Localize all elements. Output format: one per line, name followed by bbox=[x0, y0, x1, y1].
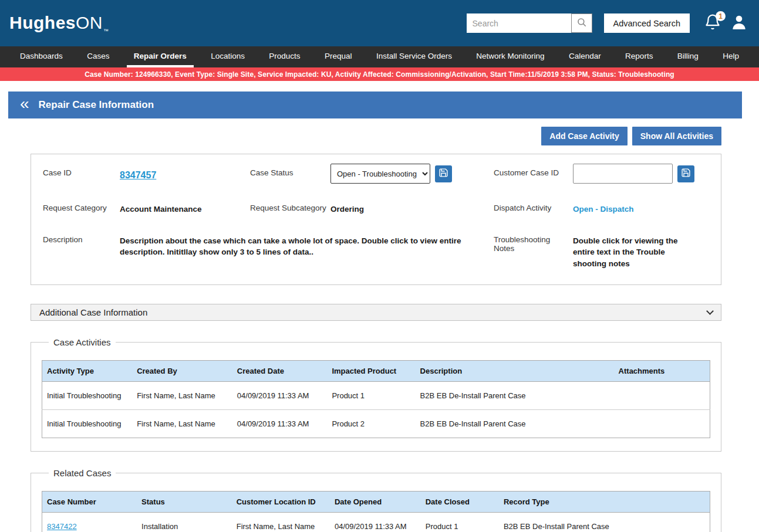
table-row: 8347422InstallationFirst Name, Last Name… bbox=[42, 513, 710, 532]
table-cell: First Name, Last Name bbox=[132, 382, 232, 410]
table-cell: Initial Troubleshooting bbox=[42, 410, 133, 438]
description-value[interactable]: Description about the case which can tak… bbox=[120, 231, 494, 258]
table-cell: Initial Troubleshooting bbox=[42, 382, 133, 410]
additional-case-information-title: Additional Case Information bbox=[39, 307, 147, 317]
column-header-activity-type: Activity Type bbox=[42, 361, 133, 382]
back-chevrons-icon[interactable]: « bbox=[20, 96, 29, 112]
page-title-bar: « Repair Case Information bbox=[8, 92, 742, 118]
column-header-description: Description bbox=[416, 361, 614, 382]
column-header-date-opened: Date Opened bbox=[330, 492, 421, 513]
column-header-created-by: Created By bbox=[132, 361, 232, 382]
table-cell: Product 2 bbox=[327, 410, 415, 438]
nav-item-calendar[interactable]: Calendar bbox=[562, 46, 608, 67]
table-cell: Installation bbox=[137, 513, 232, 532]
nav-item-dashboards[interactable]: Dashboards bbox=[13, 46, 70, 67]
column-header-impacted-product: Impacted Product bbox=[327, 361, 415, 382]
notification-badge: 1 bbox=[716, 11, 726, 21]
user-icon bbox=[730, 25, 748, 33]
user-profile-button[interactable] bbox=[730, 13, 748, 33]
case-activities-section: Case Activities Activity TypeCreated ByC… bbox=[31, 337, 721, 452]
table-cell bbox=[614, 410, 710, 438]
table-row: Initial TroubleshootingFirst Name, Last … bbox=[42, 410, 710, 438]
case-number-link[interactable]: 8347422 bbox=[47, 522, 77, 531]
case-details-card: Case ID 8347457 Case Status Open - Troub… bbox=[31, 154, 721, 285]
case-status-select[interactable]: Open - Troubleshooting bbox=[330, 164, 430, 184]
case-id-label: Case ID bbox=[43, 164, 120, 177]
nav-item-products[interactable]: Products bbox=[262, 46, 307, 67]
column-header-attachments: Attachments bbox=[614, 361, 710, 382]
page-title: Repair Case Information bbox=[39, 99, 154, 111]
column-header-case-number: Case Number bbox=[42, 492, 137, 513]
table-cell: 8347422 bbox=[42, 513, 137, 532]
search-button[interactable] bbox=[571, 13, 592, 33]
chevron-down-icon bbox=[706, 307, 714, 315]
customer-case-id-label: Customer Case ID bbox=[494, 164, 573, 177]
nav: DashboardsCasesRepair OrdersLocationsPro… bbox=[0, 46, 759, 67]
save-case-status-button[interactable] bbox=[435, 165, 452, 182]
search-input[interactable] bbox=[467, 13, 571, 33]
case-activities-table: Activity TypeCreated ByCreated DateImpac… bbox=[42, 360, 710, 438]
hugheson-logo[interactable]: HughesON™ bbox=[9, 13, 109, 34]
request-category-label: Request Category bbox=[43, 199, 120, 212]
case-activities-title: Case Activities bbox=[49, 337, 116, 347]
table-row: Initial TroubleshootingFirst Name, Last … bbox=[42, 382, 710, 410]
case-status-label: Case Status bbox=[250, 164, 330, 177]
column-header-created-date: Created Date bbox=[232, 361, 328, 382]
case-alert-banner: Case Number: 124966330, Event Type: Sing… bbox=[0, 67, 759, 81]
logo-regular: ON bbox=[76, 13, 103, 32]
logo-bold: Hughes bbox=[9, 13, 76, 32]
nav-item-prequal[interactable]: Prequal bbox=[318, 46, 359, 67]
nav-item-install-service-orders[interactable]: Install Service Orders bbox=[369, 46, 459, 67]
case-id-link[interactable]: 8347457 bbox=[120, 170, 156, 180]
table-cell: 04/09/2019 11:33 AM bbox=[232, 410, 328, 438]
troubleshooting-notes-label: Troubleshooting Notes bbox=[494, 231, 573, 253]
search-box bbox=[467, 13, 592, 33]
nav-item-reports[interactable]: Reports bbox=[618, 46, 660, 67]
nav-item-network-monitoring[interactable]: Network Monitoring bbox=[469, 46, 551, 67]
save-icon bbox=[438, 168, 448, 179]
actions-row: Add Case Activity Show All Activities bbox=[31, 127, 721, 145]
request-category-value: Account Maintenance bbox=[120, 199, 250, 215]
related-cases-section: Related Cases Case NumberStatusCustomer … bbox=[31, 468, 721, 532]
column-header-status: Status bbox=[137, 492, 232, 513]
search-icon bbox=[576, 17, 587, 29]
column-header-date-closed: Date Closed bbox=[421, 492, 499, 513]
nav-item-billing[interactable]: Billing bbox=[670, 46, 706, 67]
dispatch-activity-link[interactable]: Open - Dispatch bbox=[573, 205, 634, 214]
request-subcategory-label: Request Subcategory bbox=[250, 199, 330, 212]
save-icon bbox=[681, 168, 691, 179]
column-header-customer-location-id: Customer Location ID bbox=[232, 492, 330, 513]
advanced-search-button[interactable]: Advanced Search bbox=[604, 13, 690, 33]
table-cell: B2B EB De-Install Parent Case bbox=[416, 382, 614, 410]
related-cases-table: Case NumberStatusCustomer Location IDDat… bbox=[42, 491, 710, 532]
notifications-button[interactable]: 1 bbox=[704, 13, 721, 33]
related-cases-title: Related Cases bbox=[49, 468, 116, 478]
table-cell: Product 1 bbox=[327, 382, 415, 410]
add-case-activity-button[interactable]: Add Case Activity bbox=[541, 127, 628, 145]
dispatch-activity-label: Dispatch Activity bbox=[494, 199, 573, 212]
table-cell: 04/09/2019 11:33 AM bbox=[330, 513, 421, 532]
troubleshooting-notes-value[interactable]: Double click for viewing the entire text… bbox=[573, 231, 709, 270]
request-subcategory-value: Ordering bbox=[330, 199, 494, 215]
logo-trademark: ™ bbox=[103, 28, 109, 34]
additional-case-information-bar[interactable]: Additional Case Information bbox=[31, 304, 721, 321]
table-cell: 04/09/2019 11:33 AM bbox=[232, 382, 328, 410]
nav-item-repair-orders[interactable]: Repair Orders bbox=[127, 46, 194, 67]
table-cell: B2B EB De-Install Parent Case bbox=[499, 513, 710, 532]
column-header-record-type: Record Type bbox=[499, 492, 710, 513]
bell-icon bbox=[704, 24, 721, 33]
case-alert-text: Case Number: 124966330, Event Type: Sing… bbox=[85, 70, 674, 79]
customer-case-id-input[interactable] bbox=[573, 164, 673, 184]
top-header: HughesON™ Advanced Search 1 bbox=[0, 0, 759, 46]
table-cell: B2B EB De-Install Parent Case bbox=[416, 410, 614, 438]
table-cell: Product 1 bbox=[421, 513, 499, 532]
table-cell: First Name, Last Name bbox=[132, 410, 232, 438]
show-all-activities-button[interactable]: Show All Activities bbox=[632, 127, 721, 145]
description-label: Description bbox=[43, 231, 120, 244]
table-cell: First Name, Last Name bbox=[232, 513, 330, 532]
nav-item-cases[interactable]: Cases bbox=[80, 46, 116, 67]
table-cell bbox=[614, 382, 710, 410]
save-customer-case-id-button[interactable] bbox=[677, 165, 694, 182]
nav-item-locations[interactable]: Locations bbox=[204, 46, 252, 67]
nav-item-help[interactable]: Help bbox=[716, 46, 746, 67]
